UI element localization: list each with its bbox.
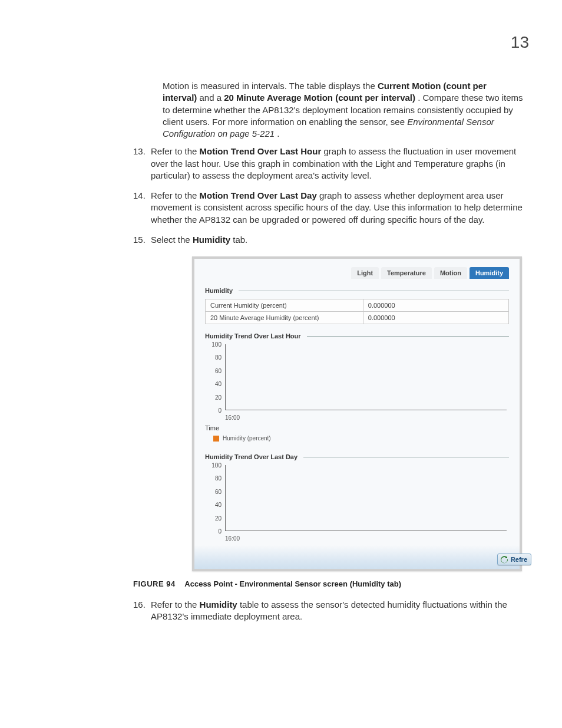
tab-temperature[interactable]: Temperature [381, 267, 432, 279]
humidity-section-title: Humidity [205, 287, 509, 294]
step-14: 14. Refer to the Motion Trend Over Last … [133, 190, 523, 226]
page-number: 13 [511, 33, 529, 52]
table-row: 20 Minute Average Humidity (percent) 0.0… [206, 312, 509, 324]
tab-motion[interactable]: Motion [434, 267, 467, 279]
hour-trend-chart: 100 80 60 40 20 0 16:00 [205, 344, 509, 421]
sensor-tabbar: Light Temperature Motion Humidity [205, 267, 509, 279]
environmental-sensor-panel: Light Temperature Motion Humidity Humidi… [192, 256, 522, 571]
day-trend-chart: 100 80 60 40 20 0 16:00 [205, 465, 509, 542]
refresh-icon [500, 556, 508, 564]
legend-swatch-icon [213, 436, 219, 442]
figure-caption: FIGURE 94 Access Point - Environmental S… [133, 579, 529, 588]
tab-light[interactable]: Light [351, 267, 379, 279]
hour-trend-title: Humidity Trend Over Last Hour [205, 332, 509, 340]
hour-chart-legend: Humidity (percent) [213, 435, 509, 442]
refresh-button[interactable]: Refre [497, 554, 531, 565]
step-15: 15. Select the Humidity tab. [133, 234, 523, 246]
humidity-table: Current Humidity (percent) 0.000000 20 M… [205, 299, 509, 324]
table-row: Current Humidity (percent) 0.000000 [206, 299, 509, 312]
step-13: 13. Refer to the Motion Trend Over Last … [133, 146, 523, 182]
step-16: 16. Refer to the Humidity table to asses… [133, 599, 523, 623]
tab-humidity[interactable]: Humidity [470, 267, 509, 279]
intro-paragraph: Motion is measured in intervals. The tab… [163, 80, 523, 140]
day-trend-title: Humidity Trend Over Last Day [205, 453, 509, 460]
hour-chart-xlabel: Time [205, 424, 509, 431]
